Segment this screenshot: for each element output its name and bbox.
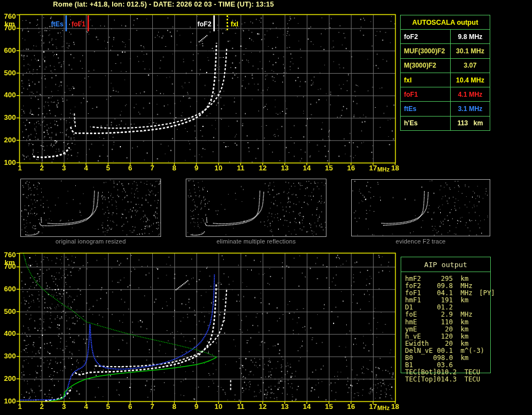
aip-row-label: TEC[Top] [405,376,437,383]
aip-row-value: 20 [433,340,453,347]
aip-row-unit: km [461,355,468,362]
autoscala-row: ftEs3.1 MHz [401,101,490,115]
autoscala-row-value: 10.4 MHz [451,76,490,84]
aip-row-value: 110 [433,319,453,326]
aip-row-unit: TECU [464,376,480,383]
autoscala-row-label: h'Es [401,117,451,130]
autoscala-rows: foF29.8 MHzMUF(3000)F230.1 MHzM(3000)F23… [401,29,490,130]
autoscala-row-value: 113 km [451,119,490,127]
autoscala-row-label: fxI [401,73,451,87]
thumbnail-caption-eliminate-multiples: eliminate multiple reflections [186,238,326,246]
thumbnail-caption-evidence-f2: evidence F2 trace [351,238,490,246]
aip-row-unit: km [461,333,468,340]
autoscala-row-value: 3.1 MHz [451,105,490,113]
aip-row-unit: km [461,297,468,304]
autoscala-table: AUTOSCALA output foF29.8 MHzMUF(3000)F23… [400,15,490,131]
autoscala-row: MUF(3000)F230.1 MHz [401,43,490,58]
autoscala-row-label: M(3000)F2 [401,59,451,73]
autoscala-row-value: 3.07 [451,62,490,69]
autoscala-row: foF29.8 MHz [401,29,490,43]
autoscala-row-label: foF2 [401,30,451,43]
aip-row: hmE110km [405,319,489,326]
page-title: Rome (lat: +41.8, lon: 012.5) - DATE: 20… [5,1,322,8]
autoscala-row-label: MUF(3000)F2 [401,44,451,58]
autoscala-row: fxI10.4 MHz [401,73,490,87]
aip-row: Ewidth20km [405,340,489,347]
aip-row: h_vE120km [405,333,489,340]
autoscala-row: foF14.1 MHz [401,87,490,101]
aip-row-value: 120 [433,333,453,340]
autoscala-row: h'Es113 km [401,116,490,130]
aip-table: AIP output hmF2295kmfoF209.8MHzfoF104.1M… [401,257,491,373]
aip-row: TEC[Top]014.3TECU [405,376,489,383]
aip-row-label: h_vE [405,333,433,340]
thumbnail-caption-original: original ionogram resized [20,238,161,246]
aip-header: AIP output [401,257,490,272]
autoscala-row-value: 4.1 MHz [451,91,490,98]
autoscala-row-value: 9.8 MHz [451,33,490,41]
aip-row-value: 014.3 [437,376,457,383]
autoscala-window: Rome (lat: +41.8, lon: 012.5) - DATE: 20… [0,0,532,415]
aip-row-unit: km [461,319,468,326]
autoscala-header: AUTOSCALA output [401,15,490,29]
aip-row-label: ymE [405,326,433,333]
aip-row-extra: [PY] [479,290,495,297]
autoscala-row-value: 30.1 MHz [451,47,490,55]
autoscala-row-label: foF1 [401,87,451,101]
aip-row-unit: MHz [461,311,473,318]
aip-row: ymE20km [405,326,489,333]
aip-row-value: 2.9 [433,311,453,318]
aip-row-unit: km [461,340,468,347]
aip-row-value: 20 [433,326,453,333]
aip-row-label: hmE [405,319,433,326]
autoscala-row-label: ftEs [401,102,451,115]
aip-rows: hmF2295kmfoF209.8MHzfoF104.1MHz[PY]hmF11… [405,275,489,383]
aip-row: foE2.9MHz [405,311,489,318]
autoscala-row: M(3000)F23.07 [401,58,490,73]
aip-row-unit: km [461,326,468,333]
aip-row-label: foE [405,311,433,318]
aip-row-label: Ewidth [405,340,433,347]
